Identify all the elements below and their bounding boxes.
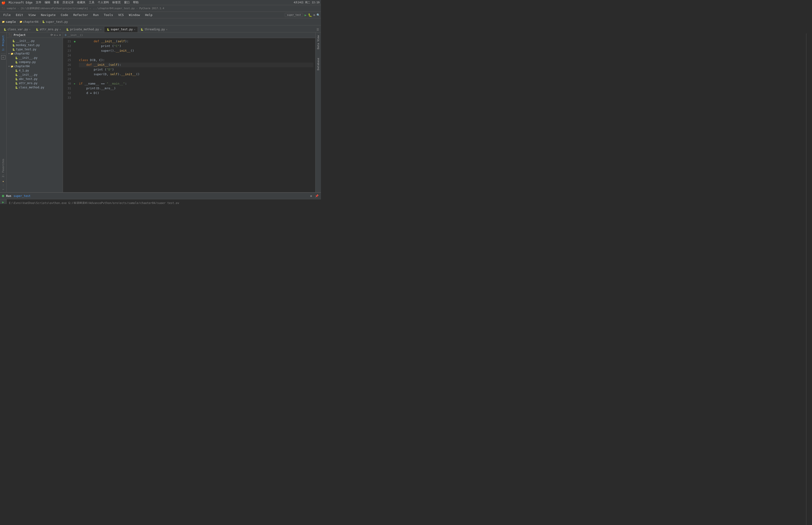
os-menu-edit[interactable]: 编辑 — [45, 0, 50, 4]
menu-help[interactable]: Help — [143, 12, 155, 18]
tree-init-2[interactable]: 🐍 __init__.py — [6, 56, 63, 60]
bottom-panel: Run super_test ⚙ 📌 ▶ ▲ ■ ▼ ⏸ ⊞ ⊟ ⋮ ⋯ E:\… — [0, 192, 321, 204]
run-marker-30[interactable]: ▶ — [74, 82, 75, 85]
tab-attr-mro[interactable]: 🐍 attr_mro.py × — [33, 26, 64, 32]
tab-private-method[interactable]: 🐍 private_method.py × — [63, 26, 104, 32]
run-button[interactable]: ▶ — [305, 13, 306, 17]
tree-chapter02[interactable]: ▼ 📁 chapter02 — [6, 51, 63, 56]
sidebar-more[interactable]: ⋮ — [2, 184, 4, 187]
menu-code[interactable]: Code — [59, 12, 71, 18]
tab-overflow-menu[interactable]: ☰ — [316, 27, 320, 32]
menu-vcs[interactable]: VCS — [116, 12, 126, 18]
folder-icon-chapter02: 📁 — [11, 52, 13, 55]
project-gear-icon[interactable]: ▸ — [57, 33, 58, 37]
menu-tools[interactable]: Tools — [102, 12, 116, 18]
os-menu-bookmarks[interactable]: 收藏夹 — [77, 0, 86, 4]
os-menu-help[interactable]: 帮助 — [133, 0, 139, 4]
project-sync-icon[interactable]: ⟳ — [50, 33, 53, 37]
os-menu-tabs[interactable]: 标签页 — [112, 0, 121, 4]
tree-label-attr-mro: attr_mro.py — [19, 81, 37, 85]
run-left-toolbar: ▶ ▲ ■ ▼ ⏸ ⊞ ⊟ ⋮ ⋯ — [0, 199, 6, 204]
tree-type-test[interactable]: 🐍 type_test.py — [6, 47, 63, 51]
tab-super-test[interactable]: 🐍 super_test.py × — [104, 26, 138, 32]
tab-close-super-test[interactable]: × — [134, 28, 135, 31]
run-console: ▶ ▲ ■ ▼ ⏸ ⊞ ⊟ ⋮ ⋯ E:\Evns\VueShop\Script… — [0, 199, 321, 204]
gutter-25 — [72, 58, 77, 62]
tab-threading[interactable]: 🐍 threading.py × — [138, 26, 170, 32]
file-icon-init3: 🐍 — [15, 74, 18, 76]
run-restart-btn[interactable]: ▶ — [2, 200, 4, 204]
os-menu-tools[interactable]: 工具 — [89, 0, 94, 4]
run-pin-btn[interactable]: 📌 — [315, 194, 319, 198]
tree-monkey-test[interactable]: 🐍 monkey_test.py — [6, 43, 63, 47]
menu-file[interactable]: File — [1, 12, 13, 18]
project-settings-icon[interactable]: ⚙ — [54, 33, 56, 37]
breadcrumb-file[interactable]: 🐍 super_test.py — [42, 20, 68, 24]
file-icon-company: 🐍 — [15, 61, 18, 63]
sidebar-label-project[interactable]: 1: Project — [1, 33, 5, 52]
project-hide-icon[interactable]: × — [59, 33, 61, 37]
menu-bar: File Edit View Navigate Code Refactor Ru… — [0, 12, 321, 18]
app-icon: ⬛ — [2, 7, 5, 10]
tree-label-init3: __init__.py — [19, 73, 37, 76]
tree-chapter04[interactable]: ▼ 📁 chapter04 — [6, 64, 63, 69]
code-line-33 — [79, 95, 313, 100]
main-layout: 1: Project ⊞ 2: Favorites ★ ⋮ ⋯ ⬛ Projec… — [0, 32, 321, 192]
tree-4-1[interactable]: 🐍 4_1.py — [6, 69, 63, 73]
project-header-icons: ⟳ ⚙ ▸ × — [50, 33, 61, 37]
sidebar-more2[interactable]: ⋯ — [2, 188, 4, 191]
breadcrumb-sample[interactable]: sample — [6, 20, 16, 24]
tab-class-var[interactable]: 🐍 class_var.py × — [1, 26, 33, 32]
run-config-selector[interactable]: super_test — [285, 13, 303, 17]
os-menu-file[interactable]: 文件 — [36, 0, 41, 4]
tree-init-1[interactable]: 🐍 __init__.py — [6, 39, 63, 43]
os-menu-view[interactable]: 查看 — [53, 0, 59, 4]
tree-label-type: type_test.py — [16, 48, 36, 51]
tree-attr-mro[interactable]: 🐍 attr_mro.py — [6, 81, 63, 85]
menu-view[interactable]: View — [26, 12, 38, 18]
menu-window[interactable]: Window — [127, 12, 142, 18]
os-menu-edge[interactable]: Microsoft Edge — [9, 1, 32, 4]
os-menu-profile[interactable]: 个人资料 — [98, 0, 109, 4]
ln-22: 22 — [63, 44, 71, 48]
tab-label-attr-mro: attr_mro.py — [40, 28, 58, 31]
menu-navigate[interactable]: Navigate — [39, 12, 58, 18]
tree-company[interactable]: 🐍 company.py — [6, 60, 63, 64]
right-sidebar-tab-database[interactable]: Database — [316, 56, 320, 72]
file-icon-abc: 🐍 — [15, 78, 18, 80]
debug-button[interactable]: 🐛 — [308, 13, 312, 17]
right-sidebar: Data View Database — [315, 32, 321, 192]
gutter-28 — [72, 72, 77, 77]
file-icon-init1: 🐍 — [12, 40, 15, 42]
gutter-31 — [72, 86, 77, 91]
code-lines[interactable]: def __init__(self): print ("C") super().… — [77, 38, 315, 192]
file-icon-4-1: 🐍 — [15, 69, 18, 72]
code-breadcrumb: D __init__() — [63, 32, 315, 38]
run-settings-btn[interactable]: ⚙ — [309, 194, 313, 198]
menu-edit[interactable]: Edit — [13, 12, 25, 18]
breakpoint-21[interactable]: ● — [74, 40, 76, 43]
tree-label-company: company.py — [19, 60, 36, 64]
tree-abc-test[interactable]: 🐍 abc_test.py — [6, 77, 63, 81]
file-icon-init2: 🐍 — [15, 57, 18, 59]
toolbar-btn-2[interactable]: 🔍 — [317, 13, 320, 17]
tab-close-threading[interactable]: × — [166, 28, 168, 31]
menu-run[interactable]: Run — [91, 12, 101, 18]
apple-menu[interactable]: 🍎 — [1, 1, 5, 4]
sidebar-icon-1[interactable]: ⊞ — [1, 55, 5, 59]
tab-close-attr-mro[interactable]: × — [59, 28, 61, 31]
menu-refactor[interactable]: Refactor — [71, 12, 90, 18]
code-breadcrumb-method: __init__() — [67, 34, 83, 37]
tree-init-3[interactable]: 🐍 __init__.py — [6, 73, 63, 77]
tree-class-method[interactable]: 🐍 class_method.py — [6, 85, 63, 90]
os-menu-history[interactable]: 历史记录 — [62, 0, 74, 4]
os-menu-window[interactable]: 窗口 — [124, 0, 130, 4]
toolbar-btn-1[interactable]: ⚙ — [313, 13, 315, 17]
sidebar-label-favorites[interactable]: 2: Favorites — [1, 157, 5, 179]
breadcrumb-chapter04[interactable]: 📁 chapter04 — [19, 20, 39, 24]
favorites-icon[interactable]: ★ — [1, 179, 5, 183]
right-sidebar-tab-dataview[interactable]: Data View — [316, 33, 320, 51]
tab-close-private-method[interactable]: × — [100, 28, 102, 31]
tab-close-class-var[interactable]: × — [29, 28, 31, 31]
ln-30: 30 — [63, 81, 71, 86]
